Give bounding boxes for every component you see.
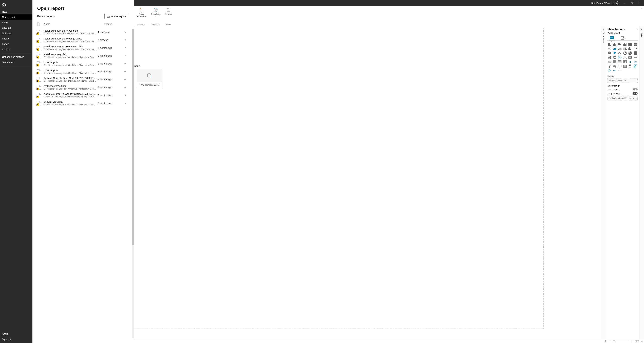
pin-report-button[interactable] bbox=[123, 55, 127, 57]
fit-to-page-button[interactable] bbox=[641, 340, 643, 342]
recent-report-row[interactable]: todo list.pbixC: > Users > asanglikar > … bbox=[32, 67, 132, 75]
recent-report-row[interactable]: todo list.pbixC: > Users > asanglikar > … bbox=[32, 60, 132, 67]
column-opened[interactable]: Opened bbox=[104, 23, 129, 25]
table-visual-icon[interactable] bbox=[618, 60, 622, 64]
more-visuals-icon[interactable]: ··· bbox=[618, 68, 622, 72]
key-influencers-visual-icon[interactable] bbox=[607, 64, 612, 68]
qna-visual-icon[interactable] bbox=[618, 64, 622, 68]
backstage-item-about[interactable]: About bbox=[0, 331, 32, 337]
gauge-chart-icon[interactable] bbox=[623, 55, 627, 59]
data-expand-icon[interactable]: « bbox=[641, 28, 642, 30]
quick-measure-icon[interactable] bbox=[138, 7, 144, 13]
funnel-chart-icon[interactable] bbox=[612, 51, 617, 55]
line-clustered-column-chart-icon[interactable] bbox=[628, 47, 632, 51]
sketch-visual-icon[interactable] bbox=[612, 68, 617, 72]
pin-report-button[interactable] bbox=[123, 78, 127, 81]
line-chart-icon[interactable] bbox=[607, 47, 612, 51]
keep-all-filters-toggle[interactable]: On bbox=[632, 92, 638, 95]
filled-map-chart-icon[interactable] bbox=[612, 55, 617, 59]
backstage-item-save-as[interactable]: Save as bbox=[0, 25, 32, 30]
pin-report-button[interactable] bbox=[123, 31, 127, 33]
cross-report-toggle[interactable]: Off bbox=[632, 88, 638, 91]
backstage-item-export[interactable]: Export bbox=[0, 41, 32, 47]
pin-report-button[interactable] bbox=[123, 62, 127, 65]
column-name[interactable]: Name bbox=[44, 23, 104, 25]
pin-report-button[interactable] bbox=[123, 39, 127, 41]
diamond-visual-icon[interactable] bbox=[607, 68, 612, 72]
report-canvas[interactable]: pane. Try a sample dataset bbox=[134, 26, 601, 339]
matrix-visual-icon[interactable] bbox=[623, 60, 627, 64]
publish-icon[interactable] bbox=[166, 7, 171, 13]
user-avatar-icon[interactable] bbox=[616, 1, 619, 5]
pin-report-button[interactable] bbox=[123, 94, 127, 96]
window-restore-button[interactable] bbox=[628, 0, 636, 6]
recent-report-row[interactable]: Retail summary store ops test.pbixC: > U… bbox=[32, 44, 132, 52]
sensitivity-icon[interactable] bbox=[153, 7, 158, 13]
recent-report-row[interactable]: acount_visit.pbixC: > Users > asanglikar… bbox=[32, 99, 132, 107]
azure-map-chart-icon[interactable] bbox=[618, 55, 622, 59]
build-visual-tab[interactable] bbox=[609, 35, 614, 40]
donut-chart-icon[interactable] bbox=[628, 51, 632, 55]
recent-report-row[interactable]: Retail summary store ops (1).pbixC: > Us… bbox=[32, 36, 132, 44]
waterfall-chart-icon[interactable] bbox=[607, 51, 612, 55]
chevron-down-icon[interactable]: ⌄ bbox=[155, 15, 156, 17]
recent-report-row[interactable]: Retail summary store ops.pbixC: > Users … bbox=[32, 28, 132, 36]
pin-report-button[interactable] bbox=[123, 70, 127, 73]
filters-panel-collapsed[interactable]: « Filters bbox=[601, 26, 606, 339]
filters-expand-icon[interactable]: « bbox=[603, 28, 604, 30]
apps-visual-icon[interactable] bbox=[633, 64, 638, 68]
r-visual-icon[interactable]: R bbox=[628, 60, 632, 64]
clustered-bar-chart-icon[interactable] bbox=[618, 42, 622, 46]
browse-reports-button[interactable]: Browse reports bbox=[104, 14, 129, 19]
backstage-item-save[interactable]: Save bbox=[0, 20, 32, 25]
data-panel-collapsed[interactable]: « Data bbox=[639, 26, 644, 339]
clustered-column-chart-icon[interactable] bbox=[623, 42, 627, 46]
zoom-in-button[interactable]: + bbox=[631, 340, 633, 343]
smart-narrative-visual-icon[interactable] bbox=[623, 64, 627, 68]
backstage-item-import[interactable]: Import bbox=[0, 36, 32, 41]
stacked-bar-chart-icon[interactable] bbox=[607, 42, 612, 46]
pin-report-button[interactable] bbox=[123, 102, 127, 104]
line-stacked-column-chart-icon[interactable] bbox=[623, 47, 627, 51]
zoom-out-button[interactable]: − bbox=[608, 340, 611, 343]
drill-through-field-well[interactable]: Add drill-through fields here bbox=[608, 96, 638, 100]
100-stacked-bar-chart-icon[interactable] bbox=[628, 42, 632, 46]
backstage-item-get-started[interactable]: Get started bbox=[0, 60, 32, 65]
area-chart-icon[interactable] bbox=[612, 47, 617, 51]
back-button[interactable] bbox=[2, 3, 6, 7]
treemap-chart-icon[interactable] bbox=[633, 51, 638, 55]
slicer-visual-icon[interactable] bbox=[612, 60, 617, 64]
decomposition-tree-visual-icon[interactable] bbox=[612, 64, 617, 68]
window-minimize-button[interactable] bbox=[620, 0, 628, 6]
visualizations-collapse-icon[interactable]: » bbox=[636, 28, 638, 31]
try-sample-dataset-card[interactable]: Try a sample dataset bbox=[137, 69, 162, 88]
pin-report-button[interactable] bbox=[123, 47, 127, 49]
recent-list-scrollbar[interactable] bbox=[132, 29, 134, 338]
ribbon-collapse-button[interactable]: ︿ bbox=[641, 6, 644, 9]
scatter-chart-icon[interactable] bbox=[618, 51, 622, 55]
stacked-area-chart-icon[interactable] bbox=[618, 47, 622, 51]
backstage-item-get-data[interactable]: Get data bbox=[0, 30, 32, 36]
stacked-column-chart-icon[interactable] bbox=[612, 42, 617, 46]
values-field-well[interactable]: Add data fields here bbox=[608, 78, 638, 83]
recent-report-row[interactable]: TornadoChart.TornadoChart1452517688218.2… bbox=[32, 75, 132, 83]
kpi-visual-icon[interactable] bbox=[607, 60, 612, 64]
card-visual-icon[interactable]: 123 bbox=[628, 55, 632, 59]
window-close-button[interactable] bbox=[636, 0, 643, 6]
backstage-item-open-report[interactable]: Open report bbox=[0, 14, 32, 20]
format-visual-tab[interactable] bbox=[620, 35, 626, 40]
pie-chart-icon[interactable] bbox=[623, 51, 627, 55]
multi-row-card-icon[interactable] bbox=[633, 55, 638, 59]
python-visual-icon[interactable]: Py bbox=[633, 60, 638, 64]
100-stacked-column-chart-icon[interactable] bbox=[633, 42, 638, 46]
paginated-report-visual-icon[interactable] bbox=[628, 64, 632, 68]
recent-report-row[interactable]: Retail summary.pbixC: > Users > asanglik… bbox=[32, 52, 132, 60]
backstage-item-new[interactable]: New bbox=[0, 9, 32, 14]
backstage-item-options-and-settings[interactable]: Options and settings bbox=[0, 54, 32, 60]
ribbon-chart-icon[interactable] bbox=[633, 47, 638, 51]
zoom-slider[interactable] bbox=[612, 341, 629, 341]
pin-report-button[interactable] bbox=[123, 86, 127, 88]
recent-report-row[interactable]: AdaptiveCards106.adaptiveCards1267F9A029… bbox=[32, 91, 132, 99]
map-chart-icon[interactable] bbox=[607, 55, 612, 59]
recent-report-row[interactable]: testAccountVisit.pbixC: > Users > asangl… bbox=[32, 83, 132, 91]
